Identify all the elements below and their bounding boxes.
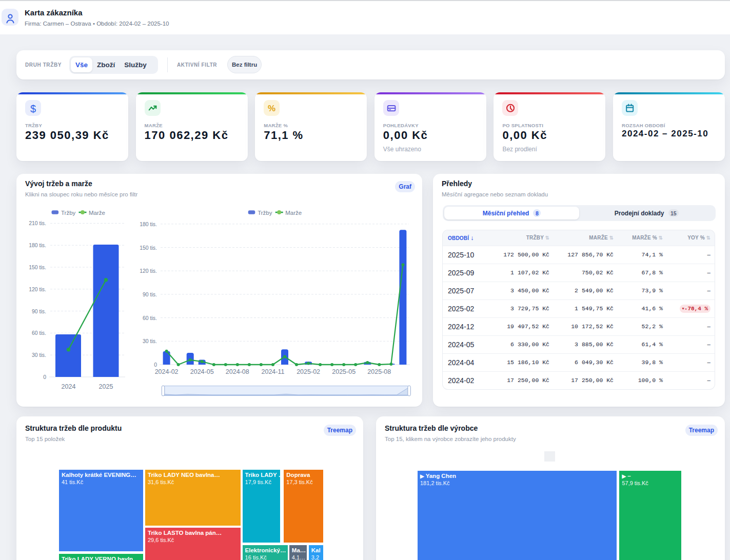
svg-text:2024-05: 2024-05 xyxy=(190,368,214,375)
svg-text:2024-08: 2024-08 xyxy=(226,368,249,375)
svg-text:90 tis.: 90 tis. xyxy=(32,308,46,314)
svg-text:Tržby: Tržby xyxy=(258,210,272,216)
svg-text:30 tis.: 30 tis. xyxy=(143,338,157,344)
svg-text:60 tis.: 60 tis. xyxy=(32,330,46,336)
svg-text:210 tis.: 210 tis. xyxy=(29,220,46,226)
svg-text:180 tis.: 180 tis. xyxy=(140,221,157,227)
svg-text:60 tis.: 60 tis. xyxy=(143,315,157,321)
svg-text:2025-05: 2025-05 xyxy=(332,368,356,375)
svg-text:150 tis.: 150 tis. xyxy=(29,264,46,270)
svg-text:2025-08: 2025-08 xyxy=(367,368,391,375)
svg-text:Tržby: Tržby xyxy=(61,210,76,216)
svg-text:%: % xyxy=(268,104,275,113)
svg-text:Marže: Marže xyxy=(89,210,105,216)
svg-text:150 tis.: 150 tis. xyxy=(140,245,157,251)
svg-text:0: 0 xyxy=(43,374,46,380)
svg-text:2024-11: 2024-11 xyxy=(262,368,285,375)
svg-text:2025-02: 2025-02 xyxy=(297,368,320,375)
svg-text:Marže: Marže xyxy=(285,210,302,216)
svg-text:30 tis.: 30 tis. xyxy=(32,352,46,358)
svg-text:90 tis.: 90 tis. xyxy=(143,291,157,297)
svg-text:2024: 2024 xyxy=(62,383,76,390)
svg-text:120 tis.: 120 tis. xyxy=(140,268,157,274)
svg-text:0: 0 xyxy=(154,362,157,368)
svg-text:2025: 2025 xyxy=(99,383,113,390)
svg-text:180 tis.: 180 tis. xyxy=(29,242,46,248)
svg-text:2024-02: 2024-02 xyxy=(155,368,179,375)
svg-text:120 tis.: 120 tis. xyxy=(29,286,46,292)
svg-text:$: $ xyxy=(30,103,36,114)
